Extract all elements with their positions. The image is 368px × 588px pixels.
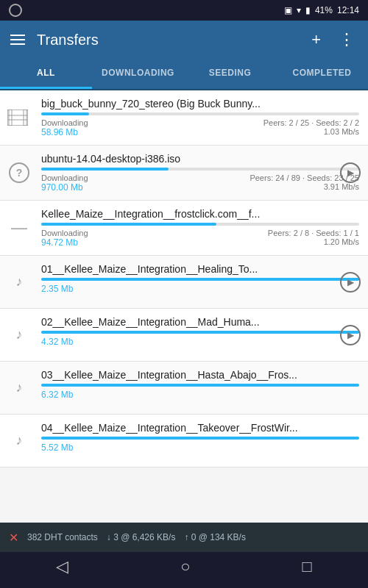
progress-bar-bg [41,168,359,171]
status-right: ▣ ▾ ▮ 41% 12:14 [284,5,359,15]
transfer-meta: 2.35 Mb [41,284,359,294]
transfer-size: 94.72 Mb [41,237,88,248]
transfer-icon-music: ♪ [10,326,28,344]
transfer-size: 970.00 Mb [41,182,88,193]
transfer-title: 03__Kellee_Maize__Integration__Hasta_Aba… [41,369,359,381]
bottom-status-bar: ✕ 382 DHT contacts ↓ 3 @ 6,426 KB/s ↑ 0 … [0,523,368,552]
tab-seeding[interactable]: SEEDING [184,59,276,89]
status-left [9,4,22,17]
transfer-size: 4.32 Mb [41,337,73,347]
play-button[interactable]: ▶ [340,162,361,183]
progress-bar-bg [41,437,359,440]
progress-bar-fill [41,278,359,281]
back-button[interactable]: ◁ [41,554,83,579]
upload-speed: ↑ 0 @ 134 KB/s [184,532,246,542]
nav-bar: ◁ ○ □ [0,552,368,581]
transfer-icon-music: ♪ [10,273,28,291]
add-button[interactable]: + [308,27,324,52]
transfer-speed: 1.20 Mb/s [268,237,359,246]
transfer-meta: 6.32 Mb [41,390,359,400]
time-display: 12:14 [337,5,359,15]
recents-button[interactable]: □ [288,554,327,579]
transfer-status: Downloading [41,118,88,127]
transfer-item: ♪01__Kellee_Maize__Integration__Healing_… [0,256,368,309]
transfer-speed: 3.91 Mb/s [250,182,359,191]
transfer-item: ♪02__Kellee_Maize__Integration__Mad_Huma… [0,309,368,362]
transfer-list: big_buck_bunny_720_stereo (Big Buck Bunn… [0,90,368,523]
toolbar-title: Transfers [37,32,297,49]
transfer-icon-minus: — [9,218,29,238]
tab-completed[interactable]: COMPLETED [276,59,368,89]
progress-bar-fill [41,168,169,171]
transfer-icon-music: ♪ [10,379,28,397]
transfer-meta: Downloading94.72 MbPeers: 2 / 8 · Seeds:… [41,229,359,248]
transfer-icon-film [6,107,29,128]
transfer-item: —Kellee_Maize__Integration__frostclick.c… [0,201,368,256]
transfer-meta: 5.52 Mb [41,442,359,453]
progress-bar-fill [41,112,89,115]
transfer-peers: Peers: 2 / 25 · Seeds: 2 / 2 [263,118,359,127]
progress-bar-bg [41,112,359,115]
battery-level: 41% [315,5,333,15]
tab-downloading[interactable]: DOWNLOADING [92,59,184,89]
play-button[interactable]: ▶ [340,272,361,293]
tab-bar: ALL DOWNLOADING SEEDING COMPLETED [0,59,368,90]
progress-bar-bg [41,223,359,226]
transfer-size: 58.96 Mb [41,127,88,137]
battery-icon: ▣ [284,5,292,15]
transfer-item: ?ubuntu-14.04-desktop-i386.isoDownloadin… [0,146,368,201]
tab-all[interactable]: ALL [0,59,92,89]
transfer-status: Downloading [41,229,88,237]
transfer-title: big_buck_bunny_720_stereo (Big Buck Bunn… [41,98,359,110]
signal-icon [9,4,22,17]
toolbar: Transfers + ⋮ [0,21,368,59]
transfer-size: 6.32 Mb [41,390,73,400]
progress-bar-bg [41,384,359,387]
transfer-title: Kellee_Maize__Integration__frostclick.co… [41,208,359,220]
transfer-item: ♪03__Kellee_Maize__Integration__Hasta_Ab… [0,362,368,415]
svg-rect-0 [7,110,28,126]
play-button[interactable]: ▶ [340,325,361,345]
transfer-title: ubuntu-14.04-desktop-i386.iso [41,153,359,165]
progress-bar-fill [41,384,359,387]
transfer-title: 04__Kellee_Maize__Integration__Takeover_… [41,422,359,434]
status-bar: ▣ ▾ ▮ 41% 12:14 [0,0,368,21]
transfer-status: Downloading [41,173,88,182]
progress-bar-bg [41,278,359,281]
transfer-meta: Downloading970.00 MbPeers: 24 / 89 · See… [41,173,359,193]
svg-rect-2 [24,110,26,126]
transfer-peers: Peers: 2 / 8 · Seeds: 1 / 1 [268,229,359,237]
progress-bar-fill [41,331,359,334]
transfer-title: 01__Kellee_Maize__Integration__Healing_T… [41,263,359,275]
progress-bar-fill [41,437,359,440]
progress-bar-bg [41,331,359,334]
wifi-icon: ▾ [297,5,301,15]
progress-bar-fill [41,223,216,226]
menu-button[interactable] [10,35,25,45]
transfer-size: 2.35 Mb [41,284,73,294]
transfer-meta: 4.32 Mb [41,337,359,347]
transfer-icon-music: ♪ [10,432,28,450]
svg-rect-1 [9,110,12,126]
transfer-item: ♪04__Kellee_Maize__Integration__Takeover… [0,415,368,467]
transfer-speed: 1.03 Mb/s [263,127,359,136]
transfer-title: 02__Kellee_Maize__Integration__Mad_Huma.… [41,316,359,328]
download-speed: ↓ 3 @ 6,426 KB/s [107,532,176,542]
transfer-meta: Downloading58.96 MbPeers: 2 / 25 · Seeds… [41,118,359,137]
overflow-menu-button[interactable]: ⋮ [336,27,358,52]
dht-contacts: 382 DHT contacts [27,532,98,542]
dht-icon: ✕ [9,531,18,545]
transfer-size: 5.52 Mb [41,442,73,453]
transfer-item: big_buck_bunny_720_stereo (Big Buck Bunn… [0,90,368,146]
signal-bars: ▮ [305,5,311,15]
home-button[interactable]: ○ [166,554,205,579]
transfer-icon-question: ? [9,162,29,183]
